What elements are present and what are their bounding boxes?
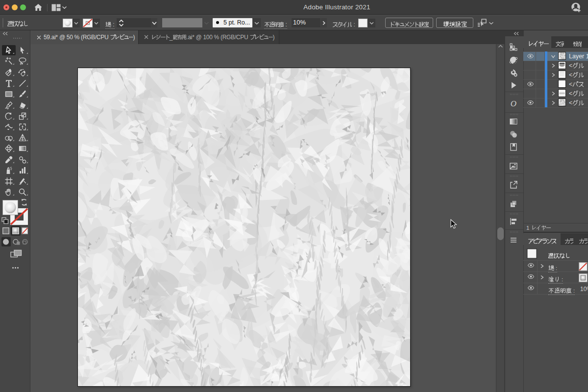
svg-text:O: O xyxy=(511,99,516,108)
